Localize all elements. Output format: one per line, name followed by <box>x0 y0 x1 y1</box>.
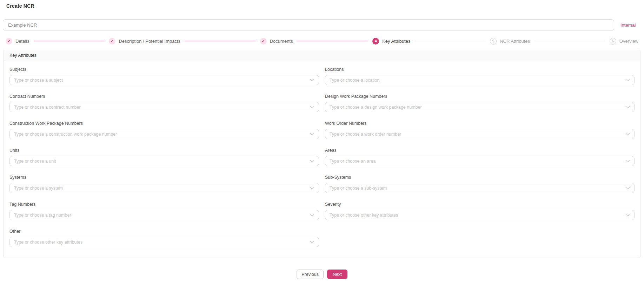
areas-select[interactable]: Type or choose an area <box>325 156 635 166</box>
stepper-step-description-potential-impacts[interactable]: ✓ Description / Potential Impacts <box>109 38 180 45</box>
select-placeholder: Type or choose a construction work packa… <box>14 132 117 137</box>
units-select[interactable]: Type or choose a unit <box>9 156 319 166</box>
create-ncr-page: Create NCR Internal ✓ Details ✓ Descript… <box>0 0 644 286</box>
select-placeholder: Type or choose a tag number <box>14 213 71 218</box>
field-locations: Locations Type or choose a location <box>325 67 635 85</box>
chevron-down-icon <box>625 187 630 190</box>
next-button[interactable]: Next <box>327 270 347 279</box>
step-label: NCR Attributes <box>500 39 530 44</box>
fields-grid: Subjects Type or choose a subject Locati… <box>9 67 635 247</box>
step-connector <box>34 41 105 41</box>
select-placeholder: Type or choose a contract number <box>14 105 81 110</box>
ncr-name-input[interactable] <box>3 19 614 31</box>
field-design-work-package-numbers: Design Work Package Numbers Type or choo… <box>325 94 635 112</box>
footer-actions: Previous Next <box>0 270 644 279</box>
step-number: 6 <box>612 39 614 43</box>
ncr-name-row: Internal <box>3 19 641 31</box>
stepper: ✓ Details ✓ Description / Potential Impa… <box>6 38 638 45</box>
field-label: Units <box>9 148 319 153</box>
select-placeholder: Type or choose an area <box>330 159 376 164</box>
field-units: Units Type or choose a unit <box>9 148 319 166</box>
step-label: Description / Potential Impacts <box>119 39 180 44</box>
severity-select[interactable]: Type or choose other key attributes <box>325 210 635 220</box>
field-label: Subjects <box>9 67 319 72</box>
page-title: Create NCR <box>0 0 644 9</box>
select-placeholder: Type or choose a location <box>330 78 379 83</box>
field-label: Areas <box>325 148 635 153</box>
work-order-numbers-select[interactable]: Type or choose a work order number <box>325 129 635 139</box>
field-other: Other Type or choose other key attribute… <box>9 229 319 247</box>
check-icon: ✓ <box>7 39 11 43</box>
chevron-down-icon <box>625 106 630 109</box>
visibility-label: Internal <box>620 22 636 28</box>
chevron-down-icon <box>625 160 630 163</box>
locations-select[interactable]: Type or choose a location <box>325 75 635 85</box>
field-construction-work-package-numbers: Construction Work Package Numbers Type o… <box>9 121 319 139</box>
step-connector <box>534 41 605 41</box>
stepper-step-documents[interactable]: ✓ Documents <box>260 38 293 45</box>
chevron-down-icon <box>310 106 314 109</box>
select-placeholder: Type or choose a sub-system <box>330 186 387 191</box>
sub-systems-select[interactable]: Type or choose a sub-system <box>325 183 635 193</box>
select-placeholder: Type or choose a subject <box>14 78 63 83</box>
field-label: Construction Work Package Numbers <box>9 121 319 126</box>
chevron-down-icon <box>310 241 314 244</box>
construction-work-package-numbers-select[interactable]: Type or choose a construction work packa… <box>9 129 319 139</box>
field-subjects: Subjects Type or choose a subject <box>9 67 319 85</box>
step-number: 4 <box>375 39 377 43</box>
field-label: Systems <box>9 175 319 180</box>
field-label: Design Work Package Numbers <box>325 94 635 99</box>
step-number: 5 <box>492 39 494 43</box>
field-severity: Severity Type or choose other key attrib… <box>325 202 635 220</box>
step-label: Details <box>15 39 29 44</box>
select-placeholder: Type or choose other key attributes <box>330 213 398 218</box>
previous-button[interactable]: Previous <box>297 270 324 279</box>
chevron-down-icon <box>310 79 314 82</box>
tag-numbers-select[interactable]: Type or choose a tag number <box>9 210 319 220</box>
stepper-step-ncr-attributes[interactable]: 5 NCR Attributes <box>490 38 530 45</box>
check-icon: ✓ <box>111 39 114 43</box>
field-label: Tag Numbers <box>9 202 319 207</box>
chevron-down-icon <box>310 214 314 217</box>
chevron-down-icon <box>625 214 630 217</box>
chevron-down-icon <box>310 160 314 163</box>
select-placeholder: Type or choose other key attributes <box>14 240 82 245</box>
subjects-select[interactable]: Type or choose a subject <box>9 75 319 85</box>
card-body: Subjects Type or choose a subject Locati… <box>4 61 640 258</box>
select-placeholder: Type or choose a system <box>14 186 63 191</box>
field-sub-systems: Sub-Systems Type or choose a sub-system <box>325 175 635 193</box>
stepper-step-overview[interactable]: 6 Overview <box>610 38 638 45</box>
field-contract-numbers: Contract Numbers Type or choose a contra… <box>9 94 319 112</box>
chevron-down-icon <box>625 79 630 82</box>
chevron-down-icon <box>625 133 630 136</box>
field-label: Severity <box>325 202 635 207</box>
systems-select[interactable]: Type or choose a system <box>9 183 319 193</box>
step-connector <box>414 41 486 41</box>
key-attributes-card: Key Attributes Subjects Type or choose a… <box>4 50 640 258</box>
field-areas: Areas Type or choose an area <box>325 148 635 166</box>
field-label: Work Order Numbers <box>325 121 635 126</box>
check-icon: ✓ <box>262 39 265 43</box>
field-label: Locations <box>325 67 635 72</box>
field-label: Other <box>9 229 319 234</box>
stepper-step-details[interactable]: ✓ Details <box>6 38 29 45</box>
card-title: Key Attributes <box>4 50 640 61</box>
field-work-order-numbers: Work Order Numbers Type or choose a work… <box>325 121 635 139</box>
stepper-step-key-attributes[interactable]: 4 Key Attributes <box>372 38 410 45</box>
select-placeholder: Type or choose a work order number <box>330 132 401 137</box>
step-label: Documents <box>270 39 293 44</box>
contract-numbers-select[interactable]: Type or choose a contract number <box>9 102 319 112</box>
chevron-down-icon <box>310 133 314 136</box>
design-work-package-numbers-select[interactable]: Type or choose a design work package num… <box>325 102 635 112</box>
select-placeholder: Type or choose a design work package num… <box>330 105 422 110</box>
step-connector <box>297 41 368 41</box>
field-label: Sub-Systems <box>325 175 635 180</box>
other-select[interactable]: Type or choose other key attributes <box>9 237 319 247</box>
step-connector <box>185 41 256 41</box>
field-systems: Systems Type or choose a system <box>9 175 319 193</box>
step-label: Overview <box>619 39 638 44</box>
field-label: Contract Numbers <box>9 94 319 99</box>
step-label: Key Attributes <box>382 39 410 44</box>
field-tag-numbers: Tag Numbers Type or choose a tag number <box>9 202 319 220</box>
select-placeholder: Type or choose a unit <box>14 159 56 164</box>
